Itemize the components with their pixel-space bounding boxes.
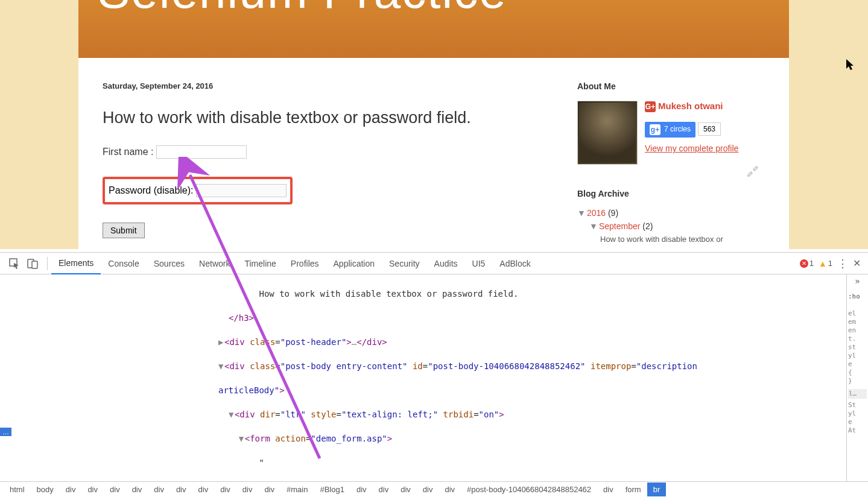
crumb-active[interactable]: br — [647, 483, 667, 496]
crumb[interactable]: #Blog1 — [314, 483, 350, 496]
crumb[interactable]: div — [597, 483, 619, 496]
svg-rect-3 — [32, 261, 37, 268]
archive-year-link[interactable]: 2016 — [587, 208, 606, 218]
circles-badge[interactable]: g+7 circles — [645, 122, 695, 138]
gplus-icon: G+ — [645, 101, 656, 112]
crumb[interactable]: div — [258, 483, 280, 496]
about-box: G+Mukesh otwani g+7 circles563 View my c… — [577, 101, 758, 165]
dom-tree[interactable]: How to work with disable textbox or pass… — [0, 274, 846, 481]
crumb[interactable]: div — [148, 483, 170, 496]
circles-label: 7 circles — [664, 125, 691, 133]
devtools-panel: Elements Console Sources Network Timelin… — [0, 252, 868, 497]
tab-timeline[interactable]: Timeline — [237, 253, 283, 274]
archive-year-count: (9) — [608, 208, 618, 218]
first-name-input[interactable] — [156, 145, 247, 159]
tab-adblock[interactable]: AdBlock — [492, 253, 537, 274]
profile-name[interactable]: Mukesh otwani — [658, 101, 723, 111]
crumb[interactable]: div — [373, 483, 395, 496]
password-row-highlight: Password (disable): — [103, 177, 293, 204]
view-profile-link[interactable]: View my complete profile — [645, 144, 738, 153]
post-date: Saturday, September 24, 2016 — [103, 81, 537, 90]
password-input — [196, 184, 287, 197]
mouse-cursor-icon — [846, 59, 856, 74]
crumb[interactable]: div — [236, 483, 259, 496]
first-name-label: First name : — [103, 147, 153, 157]
crumb[interactable]: #post-body-1040668042848852462 — [461, 483, 597, 496]
error-badge[interactable]: ✕1 — [800, 259, 814, 268]
profile-avatar[interactable] — [577, 101, 638, 165]
crumb[interactable]: div — [126, 483, 148, 496]
blog-content-area: Selenium Practice Saturday, September 24… — [78, 0, 789, 249]
tab-elements[interactable]: Elements — [51, 253, 101, 274]
devtools-body: … How to work with disable textbox or pa… — [0, 274, 868, 481]
first-name-row: First name : — [103, 145, 537, 159]
crumb[interactable]: div — [417, 483, 439, 496]
archive-month-link[interactable]: September — [599, 221, 640, 231]
inspect-icon[interactable] — [7, 256, 22, 271]
post-title: How to work with disable textbox or pass… — [103, 109, 537, 127]
tab-console[interactable]: Console — [101, 253, 146, 274]
error-circle-icon: ✕ — [800, 259, 808, 268]
close-devtools-icon[interactable]: ✕ — [853, 258, 861, 269]
warning-triangle-icon: ▲ — [819, 259, 827, 268]
crumb[interactable]: form — [619, 483, 647, 496]
crumb[interactable]: div — [170, 483, 192, 496]
tab-security[interactable]: Security — [382, 253, 427, 274]
device-toggle-icon[interactable] — [25, 256, 40, 271]
wrench-icon[interactable] — [746, 165, 758, 177]
archive-month[interactable]: ▼ September (2) — [589, 221, 758, 231]
styles-pane[interactable]: » :ho element.style {} l… Style At — [846, 274, 868, 481]
crumb[interactable]: div — [104, 483, 126, 496]
archive-title: Blog Archive — [577, 189, 758, 198]
circles-count: 563 — [698, 122, 721, 136]
divider — [47, 257, 48, 270]
archive-month-count: (2) — [642, 221, 653, 231]
warning-count: 1 — [828, 259, 832, 268]
crumb[interactable]: div — [192, 483, 215, 496]
tab-sources[interactable]: Sources — [147, 253, 192, 274]
site-header: Selenium Practice — [78, 0, 789, 58]
tab-profiles[interactable]: Profiles — [284, 253, 326, 274]
crumb[interactable]: div — [81, 483, 104, 496]
tab-ui5[interactable]: UI5 — [465, 253, 493, 274]
crumb[interactable]: div — [214, 483, 236, 496]
triangle-down-icon: ▼ — [589, 221, 597, 231]
password-label: Password (disable): — [109, 185, 194, 195]
about-me-title: About Me — [577, 81, 758, 91]
crumb[interactable]: div — [350, 483, 373, 496]
tab-application[interactable]: Application — [326, 253, 382, 274]
gplus-small-icon: g+ — [650, 124, 661, 135]
selection-handle[interactable]: … — [0, 428, 11, 436]
warning-badge[interactable]: ▲1 — [819, 259, 832, 268]
kebab-menu-icon[interactable]: ⋮ — [837, 257, 848, 270]
triangle-down-icon: ▼ — [577, 208, 584, 218]
submit-button[interactable]: Submit — [103, 223, 145, 238]
error-count: 1 — [809, 259, 814, 268]
devtools-right-controls: ✕1 ▲1 ⋮ ✕ — [800, 257, 861, 270]
tab-audits[interactable]: Audits — [427, 253, 465, 274]
sidebar: About Me G+Mukesh otwani g+7 circles563 … — [577, 81, 758, 244]
crumb[interactable]: div — [394, 483, 417, 496]
crumb[interactable]: body — [31, 483, 60, 496]
styles-collapse-icon[interactable]: » — [848, 277, 867, 285]
blog-archive: Blog Archive ▼ 2016 (9) ▼ September (2) … — [577, 189, 758, 244]
archive-post-link[interactable]: How to work with disable textbox or — [600, 235, 758, 244]
crumb[interactable]: div — [439, 483, 461, 496]
devtools-tabbar: Elements Console Sources Network Timelin… — [0, 253, 868, 274]
profile-name-row[interactable]: G+Mukesh otwani — [645, 101, 738, 112]
crumb[interactable]: #main — [280, 483, 314, 496]
dom-breadcrumbs[interactable]: html body div div div div div div div di… — [0, 481, 868, 497]
tab-network[interactable]: Network — [192, 253, 237, 274]
crumb[interactable]: div — [60, 483, 82, 496]
dom-text: How to work with disable textbox or pass… — [229, 289, 518, 299]
crumb[interactable]: html — [4, 483, 31, 496]
site-title[interactable]: Selenium Practice — [98, 0, 507, 19]
archive-year[interactable]: ▼ 2016 (9) — [577, 208, 758, 218]
